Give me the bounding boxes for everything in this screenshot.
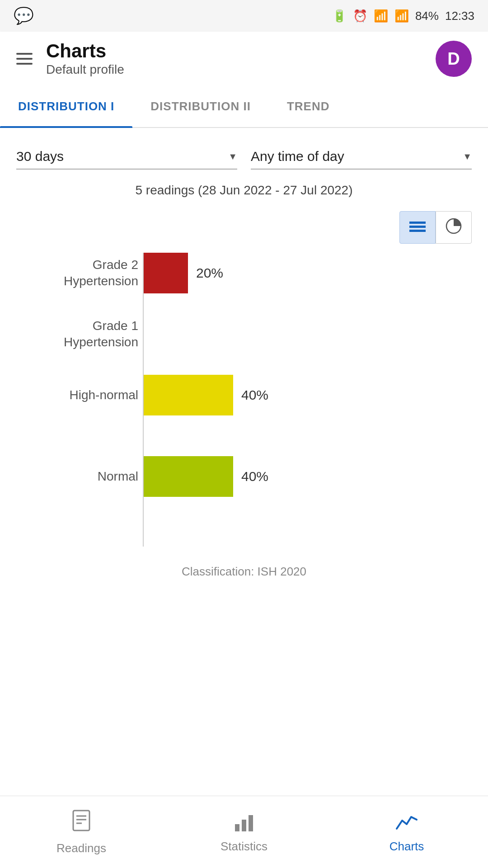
classification-label: Classification: ISH 2020 bbox=[0, 556, 488, 597]
bar-chart: Grade 2 Hypertension20%Grade 1 Hypertens… bbox=[16, 253, 472, 547]
status-icons: 🔋 ⏰ 📶 📶 84% 12:33 bbox=[332, 9, 474, 23]
nav-item-statistics[interactable]: Statistics bbox=[163, 811, 325, 854]
period-filter[interactable]: 30 days ▼ bbox=[16, 144, 237, 170]
header-left: Charts Default profile bbox=[16, 41, 124, 77]
time-of-day-value: Any time of day bbox=[251, 149, 344, 164]
battery-percent: 84% bbox=[415, 9, 439, 23]
nav-item-readings[interactable]: Readings bbox=[0, 809, 163, 855]
status-bar: 💬 🔋 ⏰ 📶 📶 84% 12:33 bbox=[0, 0, 488, 32]
charts-label: Charts bbox=[389, 840, 424, 854]
whatsapp-icon: 💬 bbox=[14, 6, 34, 25]
svg-rect-2 bbox=[409, 230, 426, 232]
period-value: 30 days bbox=[16, 149, 64, 164]
bar-label-3: Normal bbox=[16, 468, 138, 485]
alarm-icon: ⏰ bbox=[353, 9, 367, 23]
header: Charts Default profile D bbox=[0, 32, 488, 86]
svg-rect-8 bbox=[235, 824, 239, 831]
wifi-icon: 📶 bbox=[374, 9, 388, 23]
svg-rect-1 bbox=[409, 226, 426, 228]
bar-label-1: Grade 1 Hypertension bbox=[16, 318, 138, 351]
page-title: Charts bbox=[46, 41, 124, 61]
charts-icon bbox=[395, 811, 418, 836]
bar-track-0: 20% bbox=[143, 253, 223, 293]
tab-trend[interactable]: TREND bbox=[269, 86, 348, 127]
bar-value-2: 40% bbox=[241, 387, 268, 403]
chart-toggle bbox=[16, 211, 472, 244]
bottom-nav: Readings Statistics Charts bbox=[0, 796, 488, 868]
nav-item-charts[interactable]: Charts bbox=[325, 811, 488, 854]
svg-rect-9 bbox=[242, 820, 246, 831]
svg-rect-10 bbox=[249, 815, 253, 831]
tab-bar: DISTRIBUTION I DISTRIBUTION II TREND bbox=[0, 86, 488, 128]
bar-value-3: 40% bbox=[241, 469, 268, 484]
bar-track-2: 40% bbox=[143, 375, 268, 415]
svg-rect-0 bbox=[409, 222, 426, 224]
chart-bar-row-3: Normal40% bbox=[143, 456, 472, 497]
bar-fill-0 bbox=[143, 253, 188, 293]
bar-label-0: Grade 2 Hypertension bbox=[16, 257, 138, 290]
statistics-icon bbox=[232, 811, 256, 836]
time-of-day-chevron-icon: ▼ bbox=[463, 151, 472, 162]
readings-label: Readings bbox=[56, 841, 106, 855]
time-of-day-filter[interactable]: Any time of day ▼ bbox=[251, 144, 472, 170]
signal-icon: 📶 bbox=[394, 9, 409, 23]
pie-chart-toggle[interactable] bbox=[436, 211, 472, 244]
battery-saver-icon: 🔋 bbox=[332, 9, 347, 23]
chart-area: Grade 2 Hypertension20%Grade 1 Hypertens… bbox=[0, 207, 488, 556]
period-chevron-icon: ▼ bbox=[228, 151, 237, 162]
header-title: Charts Default profile bbox=[46, 41, 124, 77]
bar-fill-2 bbox=[143, 375, 233, 415]
tab-distribution-1[interactable]: DISTRIBUTION I bbox=[0, 86, 132, 127]
svg-rect-4 bbox=[73, 811, 89, 830]
chart-bar-row-2: High-normal40% bbox=[143, 375, 472, 415]
avatar[interactable]: D bbox=[436, 41, 472, 77]
tab-distribution-2[interactable]: DISTRIBUTION II bbox=[132, 86, 269, 127]
statistics-label: Statistics bbox=[221, 840, 267, 854]
pie-chart-icon bbox=[446, 218, 462, 237]
bar-track-3: 40% bbox=[143, 456, 268, 497]
bar-label-2: High-normal bbox=[16, 387, 138, 403]
filters: 30 days ▼ Any time of day ▼ bbox=[0, 128, 488, 179]
time: 12:33 bbox=[445, 9, 474, 23]
chart-bar-row-0: Grade 2 Hypertension20% bbox=[143, 253, 472, 293]
profile-name: Default profile bbox=[46, 62, 124, 77]
bar-chart-icon bbox=[409, 220, 426, 236]
reading-info: 5 readings (28 Jun 2022 - 27 Jul 2022) bbox=[0, 179, 488, 207]
bar-chart-toggle[interactable] bbox=[399, 211, 436, 244]
bar-value-0: 20% bbox=[196, 265, 223, 281]
bar-fill-3 bbox=[143, 456, 233, 497]
readings-icon bbox=[70, 809, 93, 838]
menu-button[interactable] bbox=[16, 53, 33, 65]
